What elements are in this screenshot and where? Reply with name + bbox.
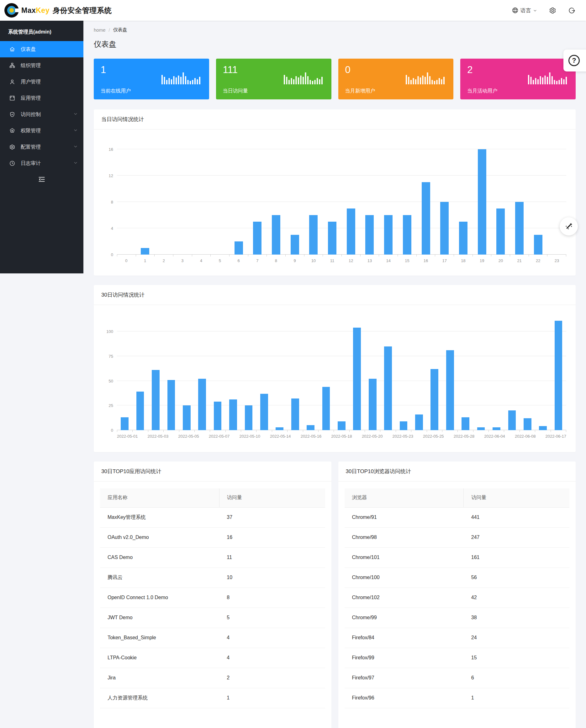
x-tick-label: 23 xyxy=(547,258,566,263)
main-content: home / 仪表盘 仪表盘 1当前在线用户111当日访问量0当月新增用户2当月… xyxy=(83,21,586,728)
brand-key: Key xyxy=(36,6,50,15)
table-row: Firefox/84 24 xyxy=(345,628,570,648)
x-tick-label xyxy=(444,434,454,439)
bar-slot xyxy=(334,316,349,430)
home-icon xyxy=(9,46,16,53)
monthly-visits-title: 30日访问情况统计 xyxy=(94,285,576,305)
table-row: Chrome/99 38 xyxy=(345,607,570,628)
bar-slot xyxy=(303,316,318,430)
cell-count: 247 xyxy=(464,527,569,547)
bar-slot xyxy=(473,140,491,255)
sidebar-item-config[interactable]: 配置管理 xyxy=(0,139,83,155)
x-axis-ticks xyxy=(117,255,566,257)
sidebar-item-dashboard[interactable]: 仪表盘 xyxy=(0,41,83,57)
tables-row: 30日TOP10应用访问统计 应用名称 访问量MaxKey管理系统 37OAut… xyxy=(94,462,576,728)
x-tick-label: 2022-06-04 xyxy=(484,434,505,439)
bar-slot xyxy=(267,140,286,255)
x-tick-label: 2022-05-16 xyxy=(301,434,322,439)
bar xyxy=(492,427,501,430)
x-tick-label xyxy=(505,434,515,439)
y-tick-label: 100 xyxy=(106,329,113,334)
x-axis-labels: 01234567891011121314151617181920212223 xyxy=(117,258,566,263)
top-navbar: MaxKey 身份安全管理系统 语言 xyxy=(0,0,586,21)
table-row: Chrome/100 56 xyxy=(345,568,570,588)
bar xyxy=(322,387,330,430)
cell-count: 11 xyxy=(219,547,325,568)
x-tick-label: 2022-05-25 xyxy=(423,434,444,439)
bar-slot xyxy=(458,316,473,430)
chevron-down-icon xyxy=(533,8,537,12)
x-tick-label: 2022-05-20 xyxy=(362,434,383,439)
chevron-down-icon xyxy=(73,144,78,150)
x-tick-label xyxy=(291,434,301,439)
sidebar-item-applications[interactable]: 应用管理 xyxy=(0,90,83,106)
bar xyxy=(534,235,542,255)
sidebar-item-audit[interactable]: 日志审计 xyxy=(0,155,83,172)
settings-button[interactable] xyxy=(549,7,556,14)
y-tick-label: 25 xyxy=(109,403,113,408)
table-header-row: 浏览器 访问量 xyxy=(345,489,570,507)
x-tick-label: 2022-06-17 xyxy=(545,434,566,439)
sidebar-item-permissions[interactable]: 权限管理 xyxy=(0,123,83,139)
bar-slot xyxy=(173,140,192,255)
sidebar-item-access[interactable]: 访问控制 xyxy=(0,106,83,123)
cell-count: 6 xyxy=(464,668,569,688)
bar-slot xyxy=(380,316,396,430)
column-header: 访问量 xyxy=(219,489,325,507)
breadcrumb-home-link[interactable]: home xyxy=(94,27,106,33)
maxkey-logo-icon xyxy=(4,3,19,18)
cell-name: Firefox/99 xyxy=(345,648,464,668)
x-tick-label: 17 xyxy=(435,258,454,263)
bar xyxy=(141,248,149,255)
cell-count: 15 xyxy=(464,648,569,668)
top-browsers-card: 30日TOP10浏览器访问统计 浏览器 访问量Chrome/91 441Chro… xyxy=(338,462,576,728)
x-tick-label: 5 xyxy=(211,258,230,263)
language-label: 语言 xyxy=(520,7,531,14)
cell-count: 441 xyxy=(464,507,569,527)
logout-icon xyxy=(568,7,575,14)
x-tick-label: 0 xyxy=(117,258,136,263)
breadcrumb: home / 仪表盘 xyxy=(94,27,576,33)
column-header: 浏览器 xyxy=(345,489,464,507)
x-tick-label xyxy=(383,434,392,439)
cell-name: Chrome/101 xyxy=(345,547,464,568)
bar xyxy=(234,241,243,255)
annotate-button[interactable] xyxy=(560,217,578,235)
chevron-down-icon xyxy=(73,112,78,117)
bar-slot xyxy=(520,316,535,430)
sidebar-item-users[interactable]: 用户管理 xyxy=(0,74,83,90)
bar xyxy=(415,414,423,430)
language-selector[interactable]: 语言 xyxy=(512,7,537,14)
cell-name: CAS Demo xyxy=(100,547,219,568)
table-row: MaxKey管理系统 37 xyxy=(100,507,325,527)
x-tick-label: 2022-05-18 xyxy=(331,434,352,439)
sidebar-user-label: 系统管理员(admin) xyxy=(0,21,83,41)
x-tick-label: 14 xyxy=(379,258,398,263)
sidebar-item-label: 仪表盘 xyxy=(21,46,36,53)
x-tick-label: 12 xyxy=(341,258,360,263)
help-button[interactable]: ? xyxy=(563,50,586,72)
bar xyxy=(272,215,280,255)
table-row: Firefox/97 6 xyxy=(345,668,570,688)
bar xyxy=(446,350,454,430)
x-tick-label: 2022-05-10 xyxy=(239,434,260,439)
cell-name: Chrome/100 xyxy=(345,568,464,588)
x-tick-label: 8 xyxy=(267,258,286,263)
x-tick-label: 2022-06-08 xyxy=(515,434,536,439)
table-row: Token_Based_Simple 4 xyxy=(100,628,325,648)
bar-slot xyxy=(148,316,163,430)
bar-slot xyxy=(117,140,136,255)
bar xyxy=(539,426,547,430)
logout-button[interactable] xyxy=(568,7,575,14)
top-browsers-title: 30日TOP10浏览器访问统计 xyxy=(338,462,576,482)
bar xyxy=(431,369,438,430)
sidebar-item-label: 权限管理 xyxy=(21,128,41,134)
cell-count: 56 xyxy=(464,568,569,588)
bar xyxy=(477,427,485,430)
menu-fold-icon[interactable] xyxy=(37,175,46,184)
sidebar-item-organizations[interactable]: 组织管理 xyxy=(0,57,83,74)
bar-slot xyxy=(195,316,210,430)
bar-slot xyxy=(547,140,566,255)
mini-bar-chart-icon xyxy=(528,70,568,85)
sidebar-item-label: 访问控制 xyxy=(21,111,41,118)
